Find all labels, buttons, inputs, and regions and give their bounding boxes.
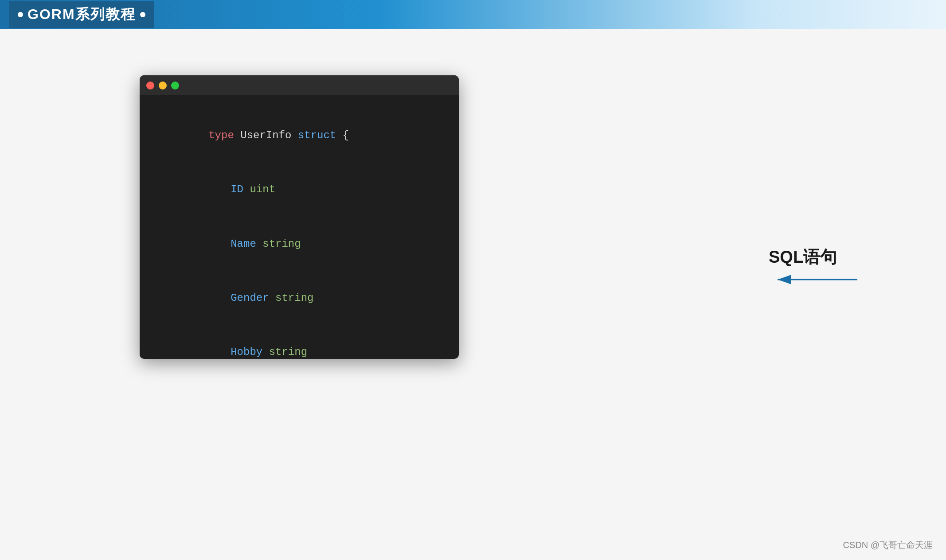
traffic-light-green[interactable] [171,82,179,89]
type-string-name: string [262,238,301,250]
window-titlebar [140,75,459,95]
keyword-type: type [208,129,234,141]
sql-arrow-svg [769,271,866,297]
code-body: type UserInfo struct { ID uint Name stri… [140,95,459,359]
field-id: ID [231,183,243,195]
code-line-5: Hobby string [180,326,441,359]
field-hobby: Hobby [231,346,262,358]
type-string-hobby: string [269,346,307,358]
keyword-struct: struct [298,129,336,141]
code-line-2: ID uint [180,163,441,217]
footer-watermark: CSDN @飞哥亡命天涯 [843,539,933,551]
header-title: GORM系列教程 [27,5,136,24]
header-title-box: GORM系列教程 [9,1,154,28]
code-line-3: Name string [180,217,441,271]
code-line-4: Gender string [180,271,441,325]
sql-label-text: SQL语句 [769,246,837,268]
type-string-gender: string [275,292,313,304]
field-gender: Gender [231,292,269,304]
header: GORM系列教程 [0,0,946,29]
main-content: type UserInfo struct { ID uint Name stri… [0,29,946,560]
code-line-1: type UserInfo struct { [157,109,441,163]
field-name: Name [231,238,256,250]
sql-annotation: SQL语句 [769,246,866,297]
header-dot-right [140,12,145,17]
traffic-light-yellow[interactable] [159,82,167,89]
header-dot-left [18,12,23,17]
code-window: type UserInfo struct { ID uint Name stri… [140,75,459,359]
type-uint: uint [250,183,275,195]
traffic-light-red[interactable] [146,82,154,89]
